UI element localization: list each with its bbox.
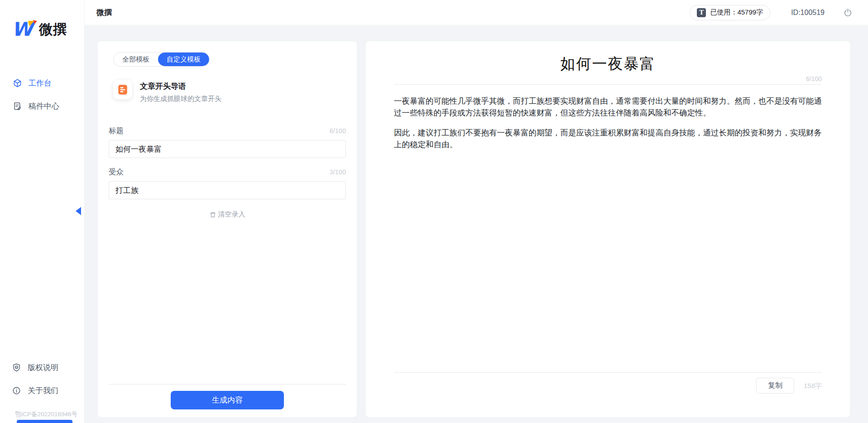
result-title-divider bbox=[394, 84, 822, 85]
sidebar-item-label: 工作台 bbox=[29, 78, 52, 88]
main-content: 全部模板 自定义模板 文章开头导语 为你生成抓眼球的文章开头 bbox=[85, 26, 868, 423]
topbar-right: T 已使用：45799字 ID:100519 bbox=[690, 5, 852, 20]
template-panel: 全部模板 自定义模板 文章开头导语 为你生成抓眼球的文章开头 bbox=[98, 41, 357, 417]
audience-field-counter: 3/100 bbox=[330, 168, 346, 176]
logo-w-icon: W bbox=[12, 19, 35, 40]
result-title-counter: 6/100 bbox=[394, 75, 822, 82]
sidebar-item-drafts[interactable]: 稿件中心 bbox=[0, 96, 84, 116]
info-circle-icon bbox=[12, 386, 21, 395]
audience-input[interactable] bbox=[109, 181, 346, 199]
page-title: 微撰 bbox=[96, 7, 112, 18]
template-card[interactable]: 文章开头导语 为你生成抓眼球的文章开头 bbox=[113, 80, 346, 103]
sidebar: W 微撰 工作台 稿件中心 bbox=[0, 0, 85, 423]
topbar: 微撰 T 已使用：45799字 ID:100519 bbox=[85, 0, 868, 25]
sidebar-item-label: 关于我们 bbox=[28, 385, 58, 396]
result-panel-footer: 复制 158字 bbox=[394, 372, 822, 417]
copyright-shield-icon bbox=[12, 363, 21, 372]
user-id: ID:100519 bbox=[791, 9, 825, 17]
result-title: 如何一夜暴富 bbox=[394, 54, 822, 74]
word-count: 158字 bbox=[804, 378, 822, 394]
sidebar-footer: 版权说明 关于我们 鄂ICP备2022016946号 bbox=[0, 358, 84, 423]
sidebar-item-label: 版权说明 bbox=[28, 362, 58, 373]
sidebar-item-about[interactable]: 关于我们 bbox=[0, 381, 84, 400]
generate-button[interactable]: 生成内容 bbox=[171, 391, 284, 409]
usage-badge[interactable]: T 已使用：45799字 bbox=[690, 5, 770, 20]
power-icon[interactable] bbox=[844, 8, 852, 17]
audience-field-group: 受众 3/100 bbox=[109, 167, 346, 199]
trash-icon bbox=[210, 212, 216, 218]
clear-input-label: 清空录入 bbox=[218, 210, 245, 219]
copy-button[interactable]: 复制 bbox=[756, 378, 794, 394]
tab-all-templates[interactable]: 全部模板 bbox=[114, 53, 158, 66]
title-field-label: 标题 bbox=[109, 126, 124, 136]
tab-custom-templates[interactable]: 自定义模板 bbox=[158, 53, 209, 66]
audience-field-label: 受众 bbox=[109, 167, 124, 177]
result-paragraph: 一夜暴富的可能性几乎微乎其微，而打工族想要实现财富自由，通常需要付出大量的时间和… bbox=[394, 95, 822, 119]
result-panel: 如何一夜暴富 6/100 一夜暴富的可能性几乎微乎其微，而打工族想要实现财富自由… bbox=[366, 41, 850, 417]
sidebar-collapse-chevron-left-icon[interactable] bbox=[76, 207, 81, 215]
word-usage-icon: T bbox=[697, 8, 706, 17]
sidebar-item-label: 稿件中心 bbox=[29, 101, 59, 111]
clear-input-button[interactable]: 清空录入 bbox=[109, 210, 346, 219]
sidebar-menu: 工作台 稿件中心 bbox=[0, 73, 84, 116]
usage-label: 已使用：45799字 bbox=[710, 8, 763, 17]
orange-document-icon bbox=[113, 80, 132, 99]
title-field-counter: 6/100 bbox=[330, 127, 346, 135]
logo-text: 微撰 bbox=[39, 20, 67, 39]
template-meta: 文章开头导语 为你生成抓眼球的文章开头 bbox=[140, 80, 221, 103]
logo-red-triangle bbox=[33, 20, 37, 24]
sidebar-bottom-strip bbox=[17, 420, 72, 423]
app-logo[interactable]: W 微撰 bbox=[12, 19, 67, 40]
title-field-group: 标题 6/100 bbox=[109, 126, 346, 158]
title-input[interactable] bbox=[109, 140, 346, 158]
workspace-cube-icon bbox=[13, 79, 22, 87]
template-title: 文章开头导语 bbox=[140, 81, 221, 91]
template-desc: 为你生成抓眼球的文章开头 bbox=[140, 95, 221, 103]
result-paragraph: 因此，建议打工族们不要抱有一夜暴富的期望，而是应该注重积累财富和提高自身技能，通… bbox=[394, 127, 822, 150]
draft-document-icon bbox=[13, 102, 22, 111]
result-body: 一夜暴富的可能性几乎微乎其微，而打工族想要实现财富自由，通常需要付出大量的时间和… bbox=[394, 95, 822, 150]
sidebar-item-copyright[interactable]: 版权说明 bbox=[0, 358, 84, 377]
sidebar-item-workspace[interactable]: 工作台 bbox=[0, 73, 84, 93]
template-tabs: 全部模板 自定义模板 bbox=[113, 52, 210, 67]
template-panel-footer: 生成内容 bbox=[109, 384, 346, 417]
